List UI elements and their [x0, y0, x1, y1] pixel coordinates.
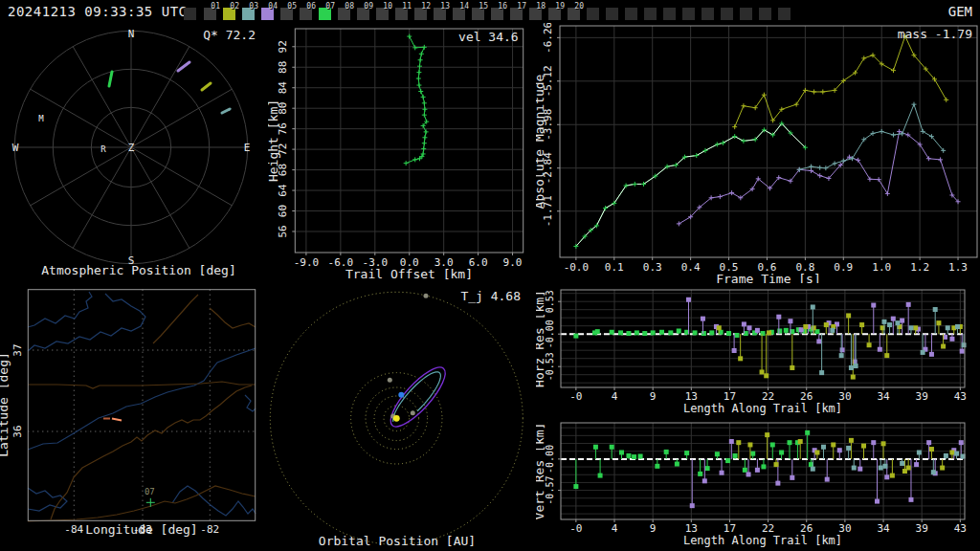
svg-text:-82: -82	[200, 523, 219, 536]
svg-text:9: 9	[650, 522, 657, 535]
cardinal-E: E	[244, 142, 251, 154]
camera-number: 19	[555, 2, 565, 11]
svg-text:34: 34	[877, 390, 890, 403]
camera-box-empty	[606, 8, 618, 20]
x-axis-label: Length Along Trail [km]	[683, 534, 842, 547]
station-id-label: 07	[145, 487, 155, 496]
camera-number: 09	[364, 2, 373, 11]
meteor-streak-cam03	[222, 109, 230, 113]
camera-number: 16	[498, 2, 507, 11]
camera-box-09[interactable]: 09	[357, 8, 369, 20]
x-axis-label: Longitude [deg]	[85, 522, 197, 537]
x-axis-label: Length Along Trail [km]	[683, 402, 842, 415]
series-cam03	[797, 102, 946, 172]
camera-number: 10	[383, 2, 392, 11]
camera-number: 13	[440, 2, 450, 11]
camera-number: 18	[536, 2, 546, 11]
camera-box-empty	[625, 8, 637, 20]
camera-number: 03	[249, 2, 258, 11]
utc-timestamp: 20241213 09:33:35 UTC	[8, 4, 188, 19]
x-axis-label: Atmospheric Position [deg]	[41, 263, 236, 277]
camera-box-16[interactable]: 16	[491, 8, 503, 20]
svg-text:-0.0: -0.0	[564, 261, 590, 274]
svg-text:9.0: 9.0	[503, 256, 523, 269]
camera-box-05[interactable]: 05	[280, 8, 293, 20]
camera-box-empty	[759, 8, 771, 20]
svg-text:36: 36	[11, 425, 24, 437]
svg-text:37: 37	[11, 343, 24, 356]
svg-text:88: 88	[277, 61, 289, 74]
svg-text:64: 64	[277, 184, 289, 197]
planet-marker-venus	[411, 410, 415, 415]
camera-box-15[interactable]: 15	[472, 8, 484, 20]
plot-title: mass -1.79	[898, 27, 972, 41]
camera-box-14[interactable]: 14	[453, 8, 465, 20]
svg-text:4: 4	[612, 390, 618, 403]
y-axis-label: Absolute Magnitude	[536, 74, 546, 209]
zenith-label: Z	[128, 142, 135, 154]
meteor-streak-cam02	[202, 83, 211, 90]
camera-box-01[interactable]: 01	[204, 8, 216, 20]
camera-box-empty	[740, 8, 752, 20]
camera-box-17[interactable]: 17	[510, 8, 523, 20]
camera-number: 06	[306, 2, 316, 11]
camera-box-08[interactable]: 08	[338, 8, 350, 20]
cardinal-N: N	[128, 28, 135, 40]
camera-box-empty	[184, 8, 196, 20]
residuals-panel: -04913172226303439430.53-0.00-0.53Length…	[536, 283, 980, 551]
camera-box-18[interactable]: 18	[529, 8, 542, 20]
svg-text:-6.26: -6.26	[542, 23, 554, 54]
camera-box-11[interactable]: 11	[395, 8, 408, 20]
svg-text:0.1: 0.1	[605, 261, 624, 274]
station-marker-07: 07	[145, 487, 155, 507]
svg-text:1.2: 1.2	[910, 261, 929, 274]
plot-title: T_j 4.68	[460, 289, 521, 303]
svg-text:0.9: 0.9	[834, 261, 853, 274]
camera-box-19[interactable]: 19	[548, 8, 561, 20]
svg-text:39: 39	[916, 390, 928, 403]
camera-box-03[interactable]: 03	[242, 8, 255, 20]
x-axis-label: Trail Offset [km]	[345, 267, 473, 281]
camera-box-empty	[682, 8, 695, 20]
magnitude-panel: -0.00.10.30.40.50.60.80.91.01.21.3-6.26-…	[536, 23, 980, 283]
svg-text:84: 84	[277, 81, 289, 95]
planet-marker-jupiter	[424, 294, 429, 298]
svg-text:43: 43	[954, 390, 967, 403]
camera-box-13[interactable]: 13	[434, 8, 446, 20]
plot-title: Q* 72.2	[203, 28, 256, 42]
camera-box-empty	[778, 8, 791, 20]
y-axis-label: Horz Res [km]	[536, 290, 546, 387]
camera-box-20[interactable]: 20	[568, 8, 580, 20]
svg-text:0.4: 0.4	[681, 261, 701, 274]
camera-number: 08	[345, 2, 354, 11]
camera-box-empty	[702, 8, 714, 20]
camera-number: 17	[517, 2, 526, 11]
sky-position-panel: NESWZMRQ* 72.2Atmospheric Position [deg]	[0, 23, 268, 283]
camera-box-empty	[644, 8, 657, 20]
camera-box-empty	[663, 8, 676, 20]
y-axis-label: Latitude [deg]	[0, 352, 11, 457]
camera-number: 01	[211, 2, 220, 11]
camera-box-06[interactable]: 06	[300, 8, 312, 20]
camera-number: 04	[268, 2, 278, 11]
series-cam07	[573, 327, 819, 339]
camera-number: 11	[402, 2, 412, 11]
svg-text:-84: -84	[64, 523, 83, 536]
camera-box-07[interactable]: 07	[319, 8, 331, 20]
status-bar: 20241213 09:33:35 UTC 010203040506070809…	[0, 0, 980, 23]
camera-box-10[interactable]: 10	[376, 8, 389, 20]
camera-box-04[interactable]: 04	[261, 8, 274, 20]
sky-marker-M: M	[38, 114, 44, 123]
camera-number: 02	[230, 2, 239, 11]
camera-box-02[interactable]: 02	[223, 8, 235, 20]
camera-box-12[interactable]: 12	[414, 8, 427, 20]
earth-marker	[398, 392, 404, 398]
svg-text:1.0: 1.0	[872, 261, 891, 274]
sun-marker	[393, 415, 400, 422]
cardinal-W: W	[12, 142, 19, 154]
svg-text:-0: -0	[569, 522, 582, 535]
svg-text:-0: -0	[569, 390, 582, 403]
series-cam07	[404, 34, 430, 166]
trail-offset-panel: -9.0-6.0-3.00.03.06.09.05660646872768084…	[268, 23, 536, 283]
y-axis-label: Height [km]	[268, 99, 280, 182]
